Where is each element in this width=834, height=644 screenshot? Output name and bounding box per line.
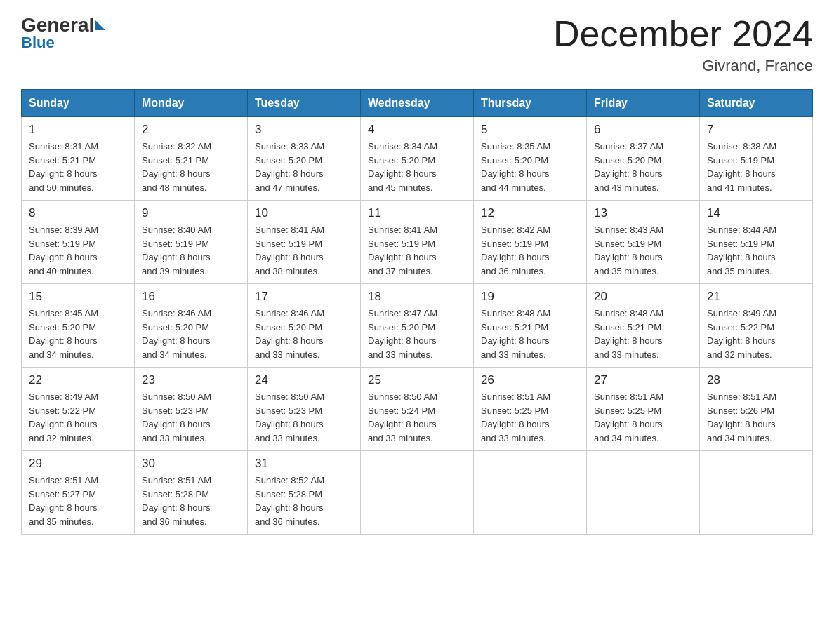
calendar-cell: 1Sunrise: 8:31 AM Sunset: 5:21 PM Daylig… [22,117,135,201]
column-header-friday: Friday [587,90,700,117]
location-text: Givrand, France [553,57,813,75]
day-number: 3 [255,123,353,137]
day-info: Sunrise: 8:51 AM Sunset: 5:28 PM Dayligh… [142,474,240,528]
calendar-cell: 9Sunrise: 8:40 AM Sunset: 5:19 PM Daylig… [135,201,248,284]
day-info: Sunrise: 8:45 AM Sunset: 5:20 PM Dayligh… [29,307,127,361]
day-number: 1 [29,123,127,137]
calendar-cell [587,451,700,535]
calendar-cell: 26Sunrise: 8:51 AM Sunset: 5:25 PM Dayli… [474,368,587,451]
day-info: Sunrise: 8:48 AM Sunset: 5:21 PM Dayligh… [481,307,579,361]
day-number: 2 [142,123,240,137]
day-number: 7 [707,123,805,137]
calendar-cell [474,451,587,535]
day-number: 22 [29,373,127,387]
calendar-week-4: 22Sunrise: 8:49 AM Sunset: 5:22 PM Dayli… [22,368,813,451]
calendar-cell: 25Sunrise: 8:50 AM Sunset: 5:24 PM Dayli… [361,368,474,451]
day-number: 28 [707,373,805,387]
calendar-cell: 18Sunrise: 8:47 AM Sunset: 5:20 PM Dayli… [361,284,474,368]
calendar-cell [361,451,474,535]
calendar-cell: 6Sunrise: 8:37 AM Sunset: 5:20 PM Daylig… [587,117,700,201]
day-number: 24 [255,373,353,387]
day-number: 26 [481,373,579,387]
calendar-cell: 3Sunrise: 8:33 AM Sunset: 5:20 PM Daylig… [248,117,361,201]
column-header-sunday: Sunday [22,90,135,117]
day-info: Sunrise: 8:32 AM Sunset: 5:21 PM Dayligh… [142,140,240,194]
day-info: Sunrise: 8:52 AM Sunset: 5:28 PM Dayligh… [255,474,353,528]
calendar-cell: 31Sunrise: 8:52 AM Sunset: 5:28 PM Dayli… [248,451,361,535]
calendar-week-5: 29Sunrise: 8:51 AM Sunset: 5:27 PM Dayli… [22,451,813,535]
calendar-cell: 15Sunrise: 8:45 AM Sunset: 5:20 PM Dayli… [22,284,135,368]
day-number: 17 [255,290,353,304]
calendar-cell: 7Sunrise: 8:38 AM Sunset: 5:19 PM Daylig… [700,117,813,201]
day-info: Sunrise: 8:50 AM Sunset: 5:24 PM Dayligh… [368,390,466,445]
day-number: 8 [29,206,127,220]
calendar-cell: 13Sunrise: 8:43 AM Sunset: 5:19 PM Dayli… [587,201,700,284]
column-header-monday: Monday [135,90,248,117]
calendar-header: SundayMondayTuesdayWednesdayThursdayFrid… [22,90,813,117]
day-info: Sunrise: 8:37 AM Sunset: 5:20 PM Dayligh… [594,140,692,194]
day-number: 12 [481,206,579,220]
day-number: 11 [368,206,466,220]
day-info: Sunrise: 8:49 AM Sunset: 5:22 PM Dayligh… [29,390,127,445]
day-info: Sunrise: 8:35 AM Sunset: 5:20 PM Dayligh… [481,140,579,194]
calendar-week-1: 1Sunrise: 8:31 AM Sunset: 5:21 PM Daylig… [22,117,813,201]
calendar-cell: 28Sunrise: 8:51 AM Sunset: 5:26 PM Dayli… [700,368,813,451]
day-info: Sunrise: 8:51 AM Sunset: 5:25 PM Dayligh… [481,390,579,445]
day-number: 21 [707,290,805,304]
calendar-cell: 20Sunrise: 8:48 AM Sunset: 5:21 PM Dayli… [587,284,700,368]
calendar-cell: 4Sunrise: 8:34 AM Sunset: 5:20 PM Daylig… [361,117,474,201]
day-number: 27 [594,373,692,387]
day-info: Sunrise: 8:46 AM Sunset: 5:20 PM Dayligh… [255,307,353,361]
day-info: Sunrise: 8:47 AM Sunset: 5:20 PM Dayligh… [368,307,466,361]
calendar-cell: 5Sunrise: 8:35 AM Sunset: 5:20 PM Daylig… [474,117,587,201]
month-title: December 2024 [553,14,813,54]
day-info: Sunrise: 8:46 AM Sunset: 5:20 PM Dayligh… [142,307,240,361]
column-header-saturday: Saturday [700,90,813,117]
column-header-tuesday: Tuesday [248,90,361,117]
day-number: 23 [142,373,240,387]
day-number: 9 [142,206,240,220]
day-info: Sunrise: 8:51 AM Sunset: 5:26 PM Dayligh… [707,390,805,445]
day-number: 31 [255,457,353,471]
calendar-cell: 10Sunrise: 8:41 AM Sunset: 5:19 PM Dayli… [248,201,361,284]
day-info: Sunrise: 8:50 AM Sunset: 5:23 PM Dayligh… [255,390,353,445]
day-number: 13 [594,206,692,220]
logo-arrow-icon [95,20,105,30]
day-info: Sunrise: 8:50 AM Sunset: 5:23 PM Dayligh… [142,390,240,445]
day-number: 10 [255,206,353,220]
day-info: Sunrise: 8:40 AM Sunset: 5:19 PM Dayligh… [142,223,240,278]
day-info: Sunrise: 8:42 AM Sunset: 5:19 PM Dayligh… [481,223,579,278]
calendar-week-2: 8Sunrise: 8:39 AM Sunset: 5:19 PM Daylig… [22,201,813,284]
title-block: December 2024 Givrand, France [553,14,813,75]
calendar-cell: 23Sunrise: 8:50 AM Sunset: 5:23 PM Dayli… [135,368,248,451]
day-number: 15 [29,290,127,304]
logo: General Blue [21,14,107,52]
day-number: 20 [594,290,692,304]
day-info: Sunrise: 8:41 AM Sunset: 5:19 PM Dayligh… [255,223,353,278]
day-info: Sunrise: 8:49 AM Sunset: 5:22 PM Dayligh… [707,307,805,361]
calendar-cell: 11Sunrise: 8:41 AM Sunset: 5:19 PM Dayli… [361,201,474,284]
day-number: 6 [594,123,692,137]
calendar-cell: 19Sunrise: 8:48 AM Sunset: 5:21 PM Dayli… [474,284,587,368]
day-number: 4 [368,123,466,137]
day-info: Sunrise: 8:51 AM Sunset: 5:25 PM Dayligh… [594,390,692,445]
day-number: 16 [142,290,240,304]
day-info: Sunrise: 8:43 AM Sunset: 5:19 PM Dayligh… [594,223,692,278]
logo-blue-text: Blue [21,34,55,52]
calendar-cell: 22Sunrise: 8:49 AM Sunset: 5:22 PM Dayli… [22,368,135,451]
day-number: 18 [368,290,466,304]
calendar-cell: 29Sunrise: 8:51 AM Sunset: 5:27 PM Dayli… [22,451,135,535]
day-number: 25 [368,373,466,387]
day-info: Sunrise: 8:34 AM Sunset: 5:20 PM Dayligh… [368,140,466,194]
day-info: Sunrise: 8:44 AM Sunset: 5:19 PM Dayligh… [707,223,805,278]
calendar-cell: 30Sunrise: 8:51 AM Sunset: 5:28 PM Dayli… [135,451,248,535]
calendar-cell [700,451,813,535]
calendar-cell: 21Sunrise: 8:49 AM Sunset: 5:22 PM Dayli… [700,284,813,368]
calendar-table: SundayMondayTuesdayWednesdayThursdayFrid… [21,89,813,535]
day-number: 14 [707,206,805,220]
calendar-cell: 24Sunrise: 8:50 AM Sunset: 5:23 PM Dayli… [248,368,361,451]
calendar-week-3: 15Sunrise: 8:45 AM Sunset: 5:20 PM Dayli… [22,284,813,368]
day-info: Sunrise: 8:41 AM Sunset: 5:19 PM Dayligh… [368,223,466,278]
day-info: Sunrise: 8:31 AM Sunset: 5:21 PM Dayligh… [29,140,127,194]
day-info: Sunrise: 8:33 AM Sunset: 5:20 PM Dayligh… [255,140,353,194]
